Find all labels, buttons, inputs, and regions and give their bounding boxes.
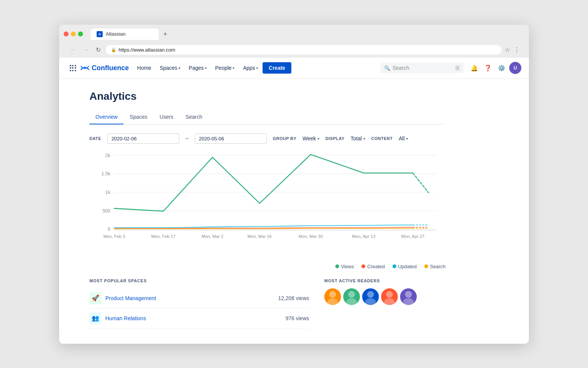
svg-text:Mon, Feb 17: Mon, Feb 17 [151, 234, 175, 239]
apps-chevron-icon: ▾ [256, 66, 258, 70]
space-name-product-management[interactable]: Product Management [105, 295, 274, 301]
group-by-dropdown[interactable]: Week ▾ [303, 135, 320, 142]
search-dot [424, 264, 428, 268]
bookmark-icon[interactable]: ☆ [505, 46, 510, 53]
user-avatar[interactable]: U [509, 62, 521, 74]
svg-point-19 [327, 298, 338, 305]
page-title: Analytics [89, 90, 446, 102]
svg-text:Mon, Apr 13: Mon, Apr 13 [352, 234, 375, 239]
reader-avatar-1[interactable] [324, 288, 341, 305]
svg-point-25 [384, 298, 395, 305]
date-label: DATE [89, 136, 101, 141]
tab-search[interactable]: Search [180, 110, 208, 124]
svg-point-24 [386, 291, 393, 298]
svg-point-23 [365, 298, 376, 305]
create-button[interactable]: Create [263, 62, 291, 74]
people-chevron-icon: ▾ [233, 66, 235, 70]
display-label: DISPLAY [325, 136, 344, 141]
forward-button[interactable]: → [81, 46, 91, 54]
notifications-button[interactable]: 🔔 [468, 62, 480, 74]
top-navigation: Confluence Home Spaces ▾ Pages ▾ People … [59, 58, 529, 79]
popular-spaces-title: MOST POPULAR SPACES [89, 278, 309, 283]
nav-home[interactable]: Home [133, 63, 155, 73]
updated-dot [393, 264, 396, 268]
display-value: Total [350, 135, 362, 142]
tab-bar: A Atlassian + [91, 28, 170, 40]
help-button[interactable]: ❓ [482, 62, 494, 74]
most-active-readers: MOST ACTIVE READERS [324, 278, 446, 329]
created-dot [361, 264, 365, 268]
more-options-icon[interactable]: ⋮ [514, 46, 520, 53]
svg-text:1.5k: 1.5k [102, 171, 111, 176]
url-text: https://www.atlassian.com [119, 47, 175, 53]
search-placeholder: Search [393, 65, 453, 71]
space-views-product-management: 12,208 views [278, 295, 309, 301]
app-switcher-button[interactable] [67, 62, 79, 74]
svg-text:500: 500 [102, 208, 110, 213]
pages-chevron-icon: ▾ [205, 66, 207, 70]
search-bar[interactable]: 🔍 Search / [380, 63, 464, 73]
analytics-chart: 2k 1.5k 1k 500 0 [89, 151, 446, 258]
display-dropdown[interactable]: Total ▾ [350, 135, 365, 142]
svg-point-22 [367, 291, 374, 298]
legend-views: Views [335, 264, 354, 269]
date-range-dash: – [185, 135, 189, 142]
content-dropdown[interactable]: All ▾ [399, 135, 408, 142]
nav-people[interactable]: People ▾ [211, 63, 239, 73]
legend-updated-label: Updated [398, 264, 417, 269]
active-tab[interactable]: A Atlassian [91, 28, 159, 40]
space-icon-human-relations: 👥 [89, 312, 102, 324]
svg-text:Mon, Feb 3: Mon, Feb 3 [103, 234, 125, 239]
maximize-button[interactable] [78, 31, 83, 36]
space-row-product-management: 🚀 Product Management 12,208 views [89, 288, 309, 308]
address-bar[interactable]: 🔒 https://www.atlassian.com [106, 45, 502, 55]
svg-text:0: 0 [108, 226, 110, 232]
search-shortcut: / [455, 65, 460, 71]
confluence-logo[interactable]: Confluence [80, 63, 129, 72]
date-to-input[interactable] [195, 134, 267, 144]
analytics-tabs: Overview Spaces Users Search [89, 110, 446, 124]
reader-avatar-3[interactable] [362, 288, 379, 305]
most-popular-spaces: MOST POPULAR SPACES 🚀 Product Management… [89, 278, 309, 329]
browser-chrome: A Atlassian + ← → ↻ 🔒 https://www.atlass… [59, 25, 529, 58]
display-chevron-icon: ▾ [363, 137, 365, 141]
browser-controls-row: A Atlassian + [64, 28, 524, 40]
svg-point-18 [329, 291, 336, 298]
nav-apps[interactable]: Apps ▾ [239, 63, 262, 73]
bottom-section: MOST POPULAR SPACES 🚀 Product Management… [89, 278, 446, 329]
svg-text:1k: 1k [105, 190, 111, 195]
content-chevron-icon: ▾ [406, 137, 408, 141]
content-value: All [399, 135, 405, 142]
nav-pages[interactable]: Pages ▾ [185, 63, 211, 73]
spaces-chevron-icon: ▾ [178, 66, 180, 70]
back-button[interactable]: ← [68, 46, 78, 54]
tab-spaces[interactable]: Spaces [124, 110, 153, 124]
browser-window: A Atlassian + ← → ↻ 🔒 https://www.atlass… [59, 25, 529, 344]
refresh-button[interactable]: ↻ [94, 46, 103, 54]
group-by-chevron-icon: ▾ [317, 137, 319, 141]
reader-avatar-2[interactable] [343, 288, 360, 305]
reader-avatar-4[interactable] [381, 288, 398, 305]
legend-created-label: Created [367, 264, 385, 269]
chart-svg: 2k 1.5k 1k 500 0 [89, 151, 446, 258]
legend-created: Created [361, 264, 385, 269]
settings-button[interactable]: ⚙️ [496, 62, 508, 74]
svg-point-27 [403, 298, 414, 305]
tab-overview[interactable]: Overview [89, 110, 124, 124]
date-from-input[interactable] [107, 134, 179, 144]
svg-point-21 [346, 298, 357, 305]
svg-text:Mon, Mar 2: Mon, Mar 2 [202, 234, 224, 239]
legend-search: Search [424, 264, 446, 269]
lock-icon: 🔒 [111, 47, 116, 52]
close-button[interactable] [64, 31, 69, 36]
new-tab-button[interactable]: + [160, 29, 170, 40]
minimize-button[interactable] [71, 31, 76, 36]
tab-users[interactable]: Users [153, 110, 180, 124]
traffic-lights [64, 31, 83, 36]
space-name-human-relations[interactable]: Human Relations [105, 315, 282, 321]
svg-text:Mon, Mar 30: Mon, Mar 30 [299, 234, 323, 239]
content-label: CONTENT [371, 136, 393, 141]
nav-spaces[interactable]: Spaces ▾ [156, 63, 184, 73]
main-content: Analytics Overview Spaces Users Search D… [59, 79, 476, 344]
reader-avatar-5[interactable] [400, 288, 417, 305]
